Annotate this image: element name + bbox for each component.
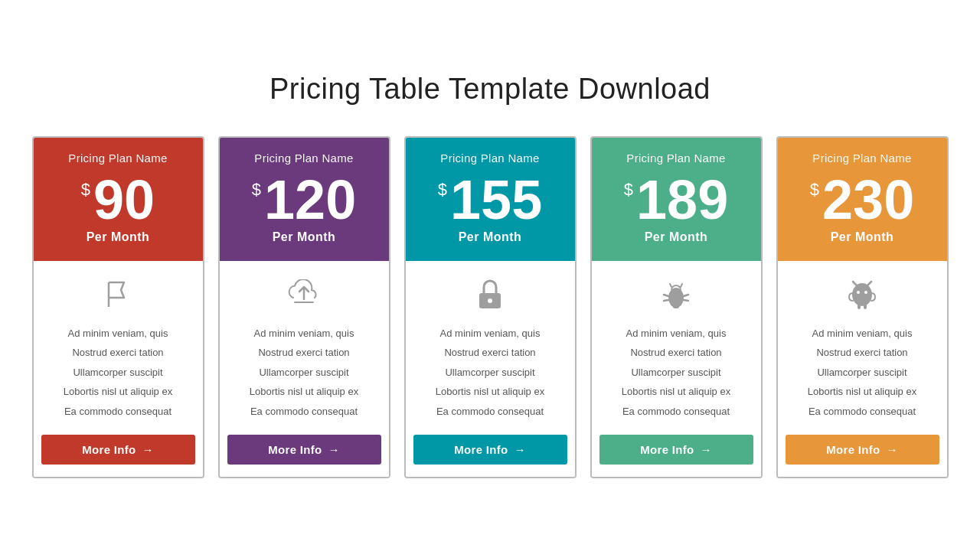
svg-point-12 bbox=[864, 291, 867, 294]
card-body-4: Ad minim veniam, quisNostrud exerci tati… bbox=[592, 261, 761, 478]
svg-point-9 bbox=[673, 305, 679, 308]
price-row-5: $ 230 bbox=[787, 172, 938, 227]
feature-item: Nostrud exerci tation bbox=[413, 343, 567, 363]
card-body-1: Ad minim veniam, quisNostrud exerci tati… bbox=[34, 261, 203, 478]
feature-item: Ea commodo consequat bbox=[227, 402, 381, 422]
price-row-2: $ 120 bbox=[229, 172, 380, 227]
more-info-button-4[interactable]: More Info → bbox=[599, 435, 753, 465]
cloud-upload-icon bbox=[287, 276, 321, 313]
price-1: 90 bbox=[93, 172, 155, 227]
price-4: 189 bbox=[636, 172, 728, 227]
feature-item: Ad minim veniam, quis bbox=[599, 324, 753, 344]
svg-line-15 bbox=[853, 282, 857, 285]
lock-icon bbox=[476, 276, 504, 313]
pricing-card-1: Pricing Plan Name $ 90 Per Month Ad mini… bbox=[32, 136, 204, 479]
feature-item: Ullamcorper suscipit bbox=[41, 363, 195, 383]
card-body-3: Ad minim veniam, quisNostrud exerci tati… bbox=[406, 261, 575, 478]
card-body-5: Ad minim veniam, quisNostrud exerci tati… bbox=[778, 261, 947, 478]
pricing-card-5: Pricing Plan Name $ 230 Per Month Ad min… bbox=[776, 136, 949, 479]
feature-item: Ad minim veniam, quis bbox=[227, 324, 381, 344]
feature-item: Ea commodo consequat bbox=[786, 402, 939, 422]
feature-item: Ullamcorper suscipit bbox=[227, 363, 381, 383]
more-info-button-1[interactable]: More Info → bbox=[41, 435, 195, 465]
more-info-arrow-5: → bbox=[886, 443, 897, 456]
feature-item: Nostrud exerci tation bbox=[227, 343, 381, 363]
android-icon bbox=[847, 276, 877, 313]
currency-3: $ bbox=[438, 180, 447, 200]
feature-item: Lobortis nisl ut aliquip ex bbox=[786, 382, 939, 402]
more-info-arrow-1: → bbox=[142, 443, 153, 456]
card-header-5: Pricing Plan Name $ 230 Per Month bbox=[778, 138, 947, 261]
more-info-label-5: More Info bbox=[826, 443, 880, 456]
price-5: 230 bbox=[822, 172, 914, 227]
svg-point-10 bbox=[852, 283, 872, 306]
feature-item: Nostrud exerci tation bbox=[786, 343, 939, 363]
svg-line-5 bbox=[684, 295, 688, 296]
price-3: 155 bbox=[450, 172, 542, 227]
feature-item: Lobortis nisl ut aliquip ex bbox=[413, 382, 567, 402]
feature-item: Ea commodo consequat bbox=[413, 402, 567, 422]
price-row-4: $ 189 bbox=[601, 172, 752, 227]
card-features-1: Ad minim veniam, quisNostrud exerci tati… bbox=[41, 324, 195, 422]
plan-name-2: Pricing Plan Name bbox=[229, 152, 380, 165]
svg-line-3 bbox=[664, 295, 668, 296]
more-info-label-2: More Info bbox=[268, 443, 322, 456]
pricing-card-4: Pricing Plan Name $ 189 Per Month Ad min… bbox=[590, 136, 763, 479]
feature-item: Ea commodo consequat bbox=[41, 402, 195, 422]
feature-item: Lobortis nisl ut aliquip ex bbox=[599, 382, 753, 402]
plan-name-1: Pricing Plan Name bbox=[43, 152, 194, 165]
svg-line-7 bbox=[670, 284, 671, 287]
feature-item: Lobortis nisl ut aliquip ex bbox=[227, 382, 381, 402]
more-info-button-2[interactable]: More Info → bbox=[227, 435, 381, 465]
per-month-3: Per Month bbox=[415, 230, 566, 244]
feature-item: Nostrud exerci tation bbox=[41, 343, 195, 363]
feature-item: Ullamcorper suscipit bbox=[786, 363, 939, 383]
feature-item: Ad minim veniam, quis bbox=[41, 324, 195, 344]
pricing-table: Pricing Plan Name $ 90 Per Month Ad mini… bbox=[0, 136, 980, 479]
svg-rect-13 bbox=[858, 304, 861, 309]
feature-item: Ad minim veniam, quis bbox=[786, 324, 939, 344]
per-month-5: Per Month bbox=[787, 230, 938, 244]
price-row-1: $ 90 bbox=[43, 172, 194, 227]
page-title: Pricing Table Template Download bbox=[270, 73, 710, 106]
pricing-card-2: Pricing Plan Name $ 120 Per Month Ad min… bbox=[218, 136, 390, 479]
price-row-3: $ 155 bbox=[415, 172, 566, 227]
bug-icon bbox=[661, 276, 691, 313]
card-header-3: Pricing Plan Name $ 155 Per Month bbox=[406, 138, 575, 261]
plan-name-3: Pricing Plan Name bbox=[415, 152, 566, 165]
feature-item: Ullamcorper suscipit bbox=[599, 363, 753, 383]
per-month-1: Per Month bbox=[43, 230, 194, 244]
svg-line-4 bbox=[664, 300, 668, 301]
price-2: 120 bbox=[264, 172, 356, 227]
svg-point-11 bbox=[857, 291, 860, 294]
currency-2: $ bbox=[252, 180, 261, 200]
per-month-2: Per Month bbox=[229, 230, 380, 244]
more-info-label-1: More Info bbox=[82, 443, 136, 456]
card-features-4: Ad minim veniam, quisNostrud exerci tati… bbox=[599, 324, 753, 422]
currency-5: $ bbox=[810, 180, 819, 200]
svg-point-2 bbox=[668, 288, 684, 308]
currency-4: $ bbox=[624, 180, 633, 200]
feature-item: Nostrud exerci tation bbox=[599, 343, 753, 363]
per-month-4: Per Month bbox=[601, 230, 752, 244]
more-info-label-3: More Info bbox=[454, 443, 508, 456]
card-features-3: Ad minim veniam, quisNostrud exerci tati… bbox=[413, 324, 567, 422]
card-header-1: Pricing Plan Name $ 90 Per Month bbox=[34, 138, 203, 261]
card-features-5: Ad minim veniam, quisNostrud exerci tati… bbox=[786, 324, 939, 422]
svg-line-16 bbox=[867, 282, 871, 285]
flag-icon bbox=[103, 276, 133, 313]
pricing-card-3: Pricing Plan Name $ 155 Per Month Ad min… bbox=[404, 136, 577, 479]
feature-item: Ea commodo consequat bbox=[599, 402, 753, 422]
more-info-arrow-3: → bbox=[514, 443, 525, 456]
plan-name-5: Pricing Plan Name bbox=[787, 152, 938, 165]
plan-name-4: Pricing Plan Name bbox=[601, 152, 752, 165]
feature-item: Ullamcorper suscipit bbox=[413, 363, 567, 383]
more-info-label-4: More Info bbox=[640, 443, 694, 456]
more-info-button-5[interactable]: More Info → bbox=[786, 435, 939, 465]
currency-1: $ bbox=[81, 180, 90, 200]
more-info-arrow-2: → bbox=[328, 443, 339, 456]
more-info-button-3[interactable]: More Info → bbox=[413, 435, 567, 465]
more-info-arrow-4: → bbox=[700, 443, 711, 456]
card-body-2: Ad minim veniam, quisNostrud exerci tati… bbox=[220, 261, 389, 478]
card-header-2: Pricing Plan Name $ 120 Per Month bbox=[220, 138, 389, 261]
